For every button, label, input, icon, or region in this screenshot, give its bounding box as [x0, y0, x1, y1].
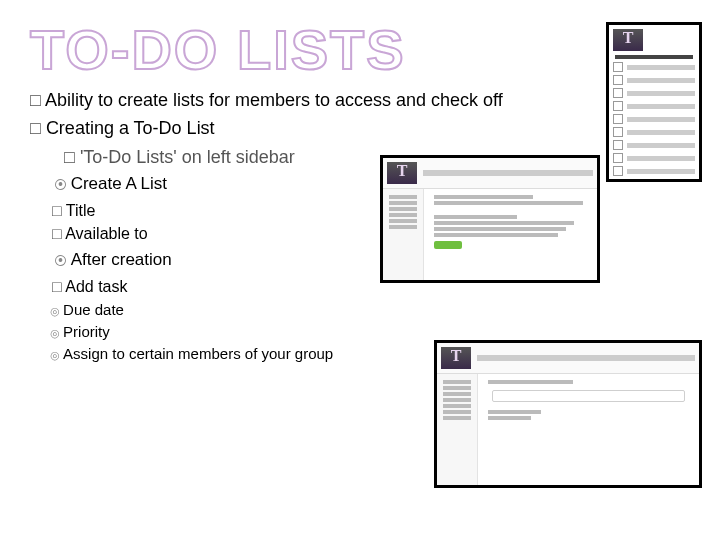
logo-icon	[613, 29, 643, 51]
bullet-due-date: Due date	[50, 300, 690, 320]
bullet-priority: Priority	[50, 322, 690, 342]
slide: TO-DO LISTS Ability to create lists for …	[0, 0, 720, 540]
logo-icon	[387, 162, 417, 184]
logo-icon	[441, 347, 471, 369]
save-button-icon	[434, 241, 462, 249]
bullet-creating: Creating a To-Do List	[30, 116, 690, 140]
screenshot-create-list	[380, 155, 600, 283]
slide-title: TO-DO LISTS	[30, 22, 690, 78]
bullet-ability: Ability to create lists for members to a…	[30, 88, 532, 112]
screenshot-add-task	[434, 340, 702, 488]
screenshot-sidebar	[606, 22, 702, 182]
